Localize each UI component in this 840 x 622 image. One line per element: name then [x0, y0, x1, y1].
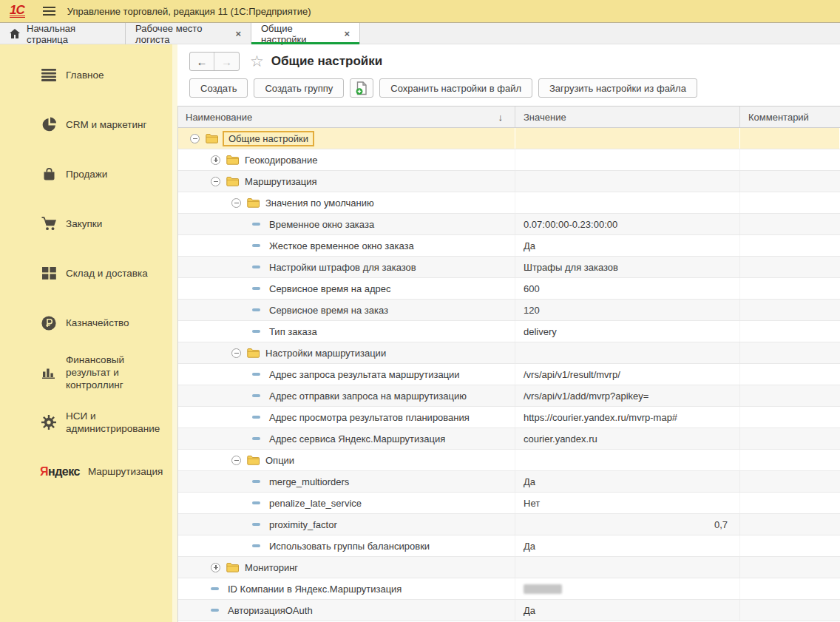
- comment-cell: [740, 128, 840, 149]
- expand-plus-icon[interactable]: [211, 563, 220, 572]
- tree-name-cell: Тип заказа: [178, 321, 515, 342]
- sidebar-item-crm-marketing[interactable]: CRM и маркетинг: [0, 100, 177, 149]
- table-row[interactable]: Адрес просмотра результатов планирования…: [178, 407, 840, 428]
- sidebar-item-financial-result[interactable]: Финансовый результат и контроллинг: [0, 348, 177, 397]
- value-cell: 0,7: [515, 514, 740, 535]
- table-row[interactable]: Мониторинг: [178, 557, 840, 578]
- create-button[interactable]: Создать: [189, 78, 248, 98]
- tree-name-cell: Мониторинг: [178, 557, 515, 578]
- table-row[interactable]: Адрес отправки запроса на маршрутизацию/…: [178, 385, 840, 407]
- table-row[interactable]: Временное окно заказа0.07:00:00-0.23:00:…: [178, 214, 840, 235]
- table-row[interactable]: АвторизацияOAuthДа: [178, 600, 840, 621]
- favorite-star-icon[interactable]: ☆: [250, 53, 264, 70]
- value-cell: [515, 128, 740, 149]
- table-row[interactable]: ID Компании в Яндекс.Маршрутизация: [178, 578, 840, 600]
- comment-cell: [740, 600, 840, 621]
- tree-name-cell: Значения по умолчанию: [178, 192, 515, 213]
- collapse-minus-icon[interactable]: [190, 134, 200, 143]
- row-label: Настройки маршрутизации: [265, 348, 386, 359]
- tree-name-cell: proximity_factor: [178, 514, 515, 535]
- tree-name-cell: АвторизацияOAuth: [178, 600, 515, 621]
- tab-close-icon[interactable]: ×: [344, 28, 350, 39]
- row-label: Мониторинг: [245, 562, 298, 573]
- create-copy-button[interactable]: [350, 78, 373, 98]
- sidebar-item-label: Главное: [66, 69, 104, 81]
- collapse-minus-icon[interactable]: [211, 177, 220, 186]
- collapse-minus-icon[interactable]: [231, 348, 241, 358]
- table-row[interactable]: Геокодирование: [178, 149, 840, 171]
- table-row[interactable]: Использовать группы балансировкиДа: [178, 535, 840, 557]
- value-cell: Штрафы для заказов: [515, 257, 740, 277]
- sidebar-item-yandex-routing[interactable]: ЯндексМаршрутизация: [0, 447, 177, 496]
- create-group-button[interactable]: Создать группу: [254, 78, 344, 98]
- comment-cell: [740, 557, 840, 578]
- table-row[interactable]: Адрес запроса результата маршрутизации/v…: [178, 364, 840, 385]
- sidebar-item-treasury[interactable]: Казначейство: [0, 298, 177, 348]
- table-row[interactable]: Тип заказаdelivery: [178, 321, 840, 342]
- column-header-value[interactable]: Значение: [515, 107, 740, 127]
- tab-logist-workplace[interactable]: Рабочее место логиста×: [126, 23, 251, 44]
- comment-cell: [740, 535, 840, 556]
- tab-bar: Начальная страницаРабочее место логиста×…: [0, 23, 840, 44]
- table-row[interactable]: Настройки штрафов для заказовШтрафы для …: [178, 257, 840, 278]
- table-row[interactable]: Маршрутизация: [178, 171, 840, 192]
- table-row[interactable]: Сервисное время на адрес600: [178, 278, 840, 300]
- main-area: ← → ☆ Общие настройки СоздатьСоздать гру…: [177, 44, 840, 622]
- table-row[interactable]: Значения по умолчанию: [178, 192, 840, 214]
- table-row[interactable]: Адрес сервиса Яндекс.Маршрутизацияcourie…: [178, 428, 840, 450]
- gear-icon: [40, 415, 58, 430]
- folder-icon: [247, 348, 260, 358]
- sidebar-item-label: НСИ и администрирование: [66, 410, 160, 435]
- table-row[interactable]: Настройки маршрутизации: [178, 342, 840, 364]
- table-row[interactable]: penalize_late_serviceНет: [178, 493, 840, 514]
- table-row[interactable]: Общие настройки: [178, 128, 840, 149]
- comment-cell: [740, 407, 840, 427]
- sidebar-item-main[interactable]: Главное: [0, 50, 177, 100]
- table-row[interactable]: Жесткое временное окно заказаДа: [178, 235, 840, 257]
- column-header-comment[interactable]: Комментарий: [740, 107, 840, 127]
- sidebar-item-warehouse-delivery[interactable]: Склад и доставка: [0, 249, 177, 298]
- comment-cell: [740, 257, 840, 277]
- folder-icon: [247, 197, 260, 208]
- grid-icon: [40, 267, 58, 280]
- sidebar-item-label: Казначейство: [66, 317, 129, 329]
- column-header-name[interactable]: Наименование ↓: [178, 107, 515, 127]
- table-row[interactable]: Сервисное время на заказ120: [178, 300, 840, 321]
- sidebar-item-purchases[interactable]: Закупки: [0, 199, 177, 249]
- collapse-minus-icon[interactable]: [231, 456, 241, 465]
- comment-cell: [740, 214, 840, 234]
- tab-general-settings[interactable]: Общие настройки×: [251, 23, 360, 44]
- tree-name-cell: Адрес запроса результата маршрутизации: [178, 364, 515, 385]
- comment-cell: [740, 342, 840, 363]
- sidebar-scrollbar[interactable]: [172, 44, 177, 622]
- tab-home[interactable]: Начальная страница: [0, 23, 126, 44]
- collapse-minus-icon[interactable]: [231, 198, 241, 208]
- load-settings-from-file-button[interactable]: Загрузить настройки из файла: [538, 78, 697, 98]
- expand-plus-icon[interactable]: [211, 155, 220, 165]
- comment-cell: [740, 300, 840, 320]
- comment-cell: [740, 364, 840, 385]
- ruble-circle-icon: [40, 316, 58, 331]
- table-row[interactable]: Опции: [178, 450, 840, 471]
- item-dash-icon: [252, 244, 260, 247]
- sidebar-item-nsi-administration[interactable]: НСИ и администрирование: [0, 397, 177, 447]
- table-row[interactable]: merge_multiordersДа: [178, 471, 840, 493]
- tab-close-icon[interactable]: ×: [235, 28, 241, 39]
- tree-name-cell: Сервисное время на заказ: [178, 300, 515, 320]
- tree-name-cell: penalize_late_service: [178, 493, 515, 513]
- folder-icon: [206, 133, 218, 143]
- sidebar-item-label: CRM и маркетинг: [66, 118, 146, 131]
- sidebar-item-sales[interactable]: Продажи: [0, 149, 177, 199]
- main-menu-icon[interactable]: [43, 4, 55, 18]
- save-settings-to-file-button[interactable]: Сохранить настройки в файл: [379, 78, 532, 98]
- value-cell: https://courier.yandex.ru/mvrp-map#: [515, 407, 740, 427]
- bar-chart-icon: [40, 366, 58, 379]
- row-label: Адрес просмотра результатов планирования: [269, 412, 470, 423]
- table-row[interactable]: proximity_factor0,7: [178, 514, 840, 535]
- tree-name-cell: Сервисное время на адрес: [178, 278, 515, 299]
- back-button[interactable]: ←: [190, 53, 214, 70]
- forward-button[interactable]: →: [214, 53, 239, 70]
- value-cell: [515, 149, 740, 170]
- item-dash-icon: [252, 437, 260, 440]
- navigation-row: ← → ☆ Общие настройки: [177, 44, 840, 78]
